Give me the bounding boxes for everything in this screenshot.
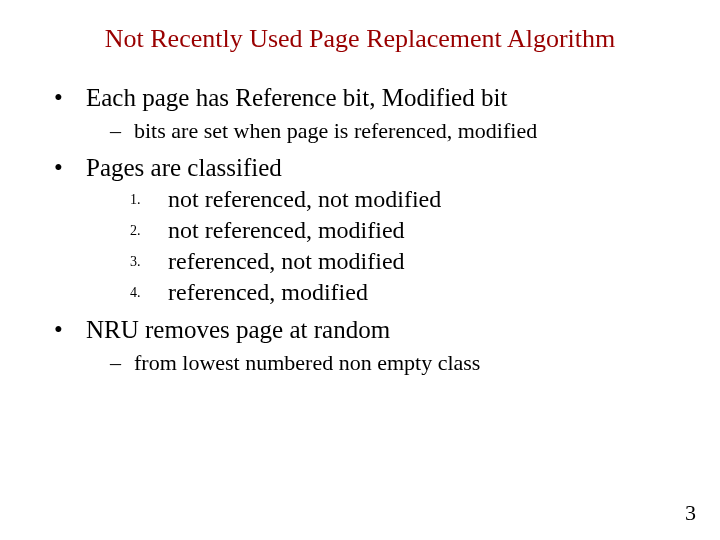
numbered-item: referenced, not modified	[120, 248, 690, 275]
numbered-text: referenced, modified	[168, 279, 368, 305]
numbered-text: not referenced, modified	[168, 217, 405, 243]
sub-text: from lowest numbered non empty class	[134, 350, 480, 375]
sub-item: bits are set when page is referenced, mo…	[106, 118, 690, 144]
page-number: 3	[685, 500, 696, 526]
sub-text: bits are set when page is referenced, mo…	[134, 118, 537, 143]
bullet-text: Pages are classified	[86, 154, 282, 181]
slide: Not Recently Used Page Replacement Algor…	[0, 0, 720, 540]
sub-item: from lowest numbered non empty class	[106, 350, 690, 376]
numbered-item: referenced, modified	[120, 279, 690, 306]
numbered-list: not referenced, not modified not referen…	[120, 186, 690, 306]
bullet-item: Each page has Reference bit, Modified bi…	[50, 84, 690, 144]
bullet-item: Pages are classified not referenced, not…	[50, 154, 690, 306]
sub-list: bits are set when page is referenced, mo…	[106, 118, 690, 144]
bullet-text: NRU removes page at random	[86, 316, 390, 343]
sub-list: from lowest numbered non empty class	[106, 350, 690, 376]
slide-title: Not Recently Used Page Replacement Algor…	[30, 24, 690, 54]
numbered-text: referenced, not modified	[168, 248, 405, 274]
numbered-item: not referenced, modified	[120, 217, 690, 244]
bullet-item: NRU removes page at random from lowest n…	[50, 316, 690, 376]
numbered-item: not referenced, not modified	[120, 186, 690, 213]
bullet-text: Each page has Reference bit, Modified bi…	[86, 84, 507, 111]
numbered-text: not referenced, not modified	[168, 186, 441, 212]
bullet-list: Each page has Reference bit, Modified bi…	[50, 84, 690, 376]
